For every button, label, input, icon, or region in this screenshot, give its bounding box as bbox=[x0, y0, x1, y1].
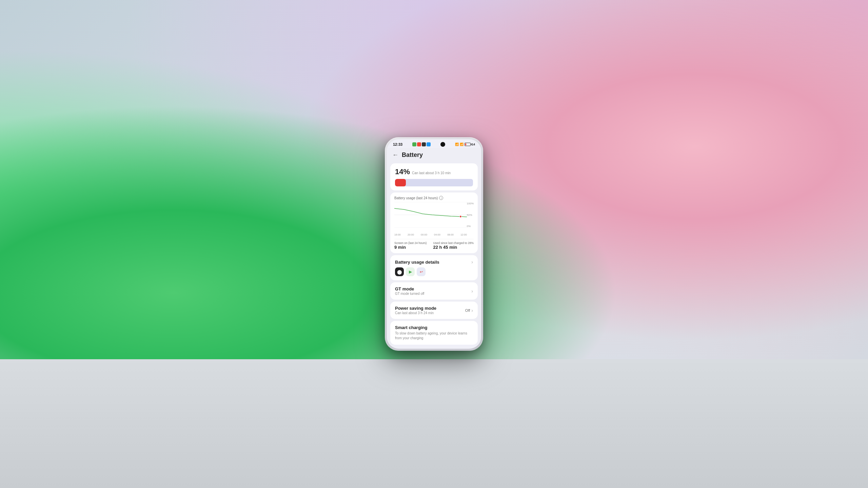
battery-details-title: Battery usage details bbox=[395, 260, 439, 265]
power-saving-info: Power saving mode Can last about 3 h 24 … bbox=[395, 306, 436, 315]
battery-icon bbox=[465, 143, 471, 146]
used-since-stat: Used since last charged to 28% 22 h 45 m… bbox=[433, 241, 474, 250]
battery-percent: 14% bbox=[395, 167, 410, 176]
power-saving-status-row: Off › bbox=[465, 308, 473, 313]
battery-details-chevron: › bbox=[471, 259, 473, 265]
power-saving-chevron: › bbox=[471, 308, 473, 313]
y-label-0: 0% bbox=[467, 225, 474, 228]
app-icon-3 bbox=[422, 142, 426, 146]
phone-container: 12:33 📶 📶 14 bbox=[385, 137, 483, 351]
status-bar: 12:33 📶 📶 14 bbox=[387, 139, 481, 148]
table-surface bbox=[0, 359, 868, 488]
chart-area: 100% 50% 0% bbox=[394, 202, 474, 232]
bluetooth-icon: 📶 bbox=[455, 143, 459, 146]
camera-notch bbox=[440, 142, 445, 147]
phone-shell: 12:33 📶 📶 14 bbox=[385, 137, 483, 351]
battery-details-card[interactable]: Battery usage details › ⬤ ▶ ↩ bbox=[390, 255, 478, 280]
arrow-app-icon: ↩ bbox=[417, 267, 426, 276]
gt-mode-row: GT mode GT mode turned off › bbox=[395, 286, 473, 296]
back-button[interactable]: ← bbox=[392, 151, 398, 159]
status-app-icons bbox=[412, 142, 431, 146]
app-icon-1 bbox=[412, 142, 416, 146]
battery-estimate: Can last about 3 h 10 min bbox=[412, 171, 451, 175]
smart-charging-title: Smart charging bbox=[395, 325, 473, 330]
gt-mode-info: GT mode GT mode turned off bbox=[395, 286, 424, 296]
battery-chart-svg bbox=[394, 202, 467, 228]
phone-screen: 12:33 📶 📶 14 bbox=[387, 139, 481, 349]
power-saving-row: Power saving mode Can last about 3 h 24 … bbox=[395, 306, 473, 315]
info-icon[interactable]: i bbox=[439, 196, 443, 200]
y-label-100: 100% bbox=[467, 202, 474, 205]
screen-content: ← Battery 14% Can last about 3 h 10 min bbox=[387, 148, 481, 345]
gt-mode-title: GT mode bbox=[395, 286, 424, 291]
gt-mode-chevron: › bbox=[471, 288, 473, 294]
battery-chart-card: Battery usage (last 24 hours) i 100% 50%… bbox=[390, 192, 478, 253]
battery-overview-card: 14% Can last about 3 h 10 min bbox=[390, 163, 478, 190]
x-label-1600: 16:00 bbox=[394, 233, 401, 236]
wifi-icon: 📶 bbox=[460, 143, 463, 146]
page-header: ← Battery bbox=[387, 148, 481, 161]
y-label-50: 50% bbox=[467, 214, 474, 217]
app-icon-4 bbox=[427, 142, 431, 146]
smart-charging-card[interactable]: Smart charging To slow down battery agei… bbox=[390, 321, 478, 345]
status-icons: 📶 📶 14 bbox=[455, 143, 475, 146]
screen-on-value: 9 min bbox=[394, 245, 427, 250]
battery-details-row: Battery usage details › bbox=[395, 259, 473, 265]
x-label-0400: 04:00 bbox=[434, 233, 440, 236]
used-since-value: 22 h 45 min bbox=[433, 245, 474, 250]
chart-x-labels: 16:00 20:00 00:00 04:00 08:00 12:00 bbox=[394, 233, 474, 236]
used-since-label: Used since last charged to 28% bbox=[433, 241, 474, 245]
screen-on-stat: Screen on (last 24 hours) 9 min bbox=[394, 241, 427, 250]
power-saving-card[interactable]: Power saving mode Can last about 3 h 24 … bbox=[390, 302, 478, 319]
power-saving-title: Power saving mode bbox=[395, 306, 436, 311]
power-saving-desc: Can last about 3 h 24 min bbox=[395, 311, 436, 315]
x-label-2000: 20:00 bbox=[408, 233, 414, 236]
x-label-0800: 08:00 bbox=[447, 233, 454, 236]
app-icons-row: ⬤ ▶ ↩ bbox=[395, 267, 473, 276]
smart-charging-desc: To slow down battery ageing, your device… bbox=[395, 331, 473, 341]
chart-stats: Screen on (last 24 hours) 9 min Used sin… bbox=[394, 239, 474, 250]
app-icon-2 bbox=[417, 142, 421, 146]
chart-title: Battery usage (last 24 hours) bbox=[394, 196, 438, 200]
battery-percent-label: 14 bbox=[472, 143, 475, 146]
gt-mode-card[interactable]: GT mode GT mode turned off › bbox=[390, 282, 478, 300]
battery-bar-inner bbox=[395, 179, 406, 186]
chart-header: Battery usage (last 24 hours) i bbox=[394, 196, 474, 200]
svg-point-3 bbox=[460, 216, 462, 218]
x-label-1200: 12:00 bbox=[460, 233, 467, 236]
battery-fill bbox=[465, 143, 466, 145]
screen-on-label: Screen on (last 24 hours) bbox=[394, 241, 427, 245]
page-title: Battery bbox=[402, 151, 423, 159]
camera-app-icon: ⬤ bbox=[395, 267, 404, 276]
status-time: 12:33 bbox=[393, 142, 402, 146]
play-app-icon: ▶ bbox=[406, 267, 415, 276]
power-saving-status: Off bbox=[465, 308, 470, 312]
battery-percent-row: 14% Can last about 3 h 10 min bbox=[395, 167, 473, 176]
chart-y-labels: 100% 50% 0% bbox=[467, 202, 474, 228]
x-label-0000: 00:00 bbox=[421, 233, 427, 236]
gt-mode-desc: GT mode turned off bbox=[395, 292, 424, 296]
battery-bar-outer bbox=[395, 179, 473, 186]
